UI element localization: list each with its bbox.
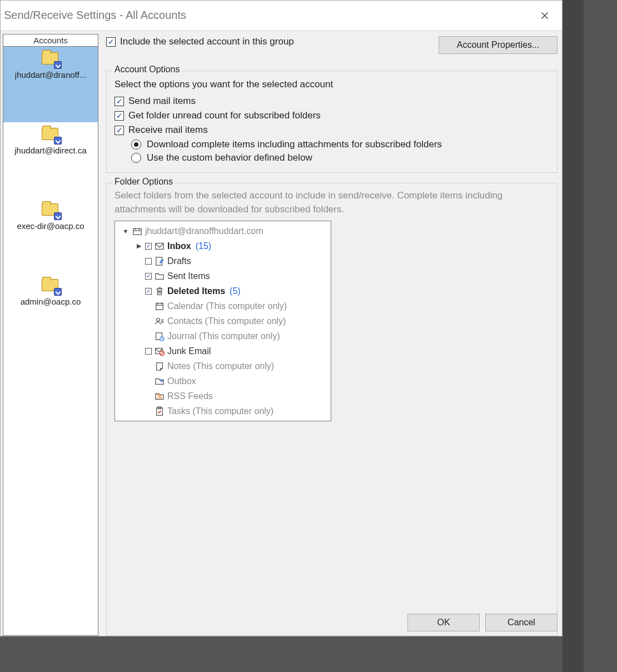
tree-item-label: Outbox	[167, 376, 196, 386]
account-item[interactable]: jhuddart@dranoff...	[3, 47, 98, 122]
tree-item[interactable]: ✓Sent Items	[115, 268, 331, 283]
account-folder-icon	[41, 202, 61, 219]
folder-checkbox[interactable]: ✓	[145, 243, 152, 250]
send-receive-settings-dialog: Send/Receive Settings - All Accounts Acc…	[0, 0, 563, 636]
folder-checkbox[interactable]	[145, 348, 152, 355]
checkbox-icon: ✓	[115, 126, 124, 135]
tree-item[interactable]: Outbox	[115, 374, 331, 389]
top-row: ✓ Include the selected account in this g…	[106, 36, 558, 61]
tree-item-label: Journal (This computer only)	[167, 331, 280, 341]
receive-mail-label: Receive mail items	[128, 125, 208, 136]
chevron-down-icon[interactable]: ▼	[122, 228, 130, 235]
radio-icon	[131, 140, 141, 150]
tree-item-label: Contacts (This computer only)	[167, 316, 286, 326]
include-account-label: Include the selected account in this gro…	[120, 36, 294, 47]
tree-item[interactable]: Journal (This computer only)	[115, 328, 331, 344]
tree-item[interactable]: Junk Email	[115, 344, 331, 359]
background-strip	[563, 0, 584, 672]
store-icon	[132, 226, 143, 236]
checkbox-icon: ✓	[115, 111, 124, 121]
svg-point-9	[157, 397, 158, 399]
account-label: jhuddart@idirect.ca	[14, 146, 86, 155]
folder-unread-label: Get folder unread count for subscribed f…	[128, 110, 321, 121]
account-options-title: Account Options	[112, 64, 182, 74]
account-properties-button[interactable]: Account Properties...	[439, 36, 558, 54]
download-complete-label: Download complete items including attach…	[147, 139, 442, 150]
folder-icon	[154, 271, 165, 281]
tree-item[interactable]: ▶✓Inbox(15)	[115, 238, 331, 253]
account-label: exec-dir@oacp.co	[17, 221, 84, 231]
account-folder-icon	[41, 127, 61, 143]
svg-rect-1	[156, 243, 163, 249]
tree-item-label: Notes (This computer only)	[167, 361, 274, 371]
folder-checkbox[interactable]: ✓	[145, 288, 152, 295]
tree-root-label: jhuddart@dranoffhuddart.com	[145, 226, 263, 236]
tree-root[interactable]: ▼jhuddart@dranoffhuddart.com	[115, 223, 331, 238]
accounts-panel: Accounts jhuddart@dranoff...jhuddart@idi…	[3, 34, 98, 636]
svg-point-4	[157, 318, 160, 321]
tree-item-count: (5)	[230, 286, 241, 296]
note-icon	[154, 361, 165, 371]
svg-rect-3	[156, 303, 163, 310]
tasks-icon	[154, 406, 165, 416]
radio-icon	[131, 153, 141, 163]
contacts-icon	[154, 316, 165, 326]
folder-options-title: Folder Options	[112, 177, 175, 187]
custom-behavior-label: Use the custom behavior defined below	[147, 152, 312, 163]
junk-icon	[154, 346, 165, 356]
account-options-group: Account Options Select the options you w…	[106, 71, 558, 173]
tree-item[interactable]: Contacts (This computer only)	[115, 313, 331, 328]
cancel-button[interactable]: Cancel	[485, 614, 558, 631]
custom-behavior-radio[interactable]: Use the custom behavior defined below	[131, 152, 549, 163]
tree-item-label: Inbox	[167, 241, 191, 251]
ok-button[interactable]: OK	[407, 614, 480, 631]
close-button[interactable]	[532, 7, 558, 24]
tree-item-label: Deleted Items	[167, 286, 225, 296]
tree-item-label: Calendar (This computer only)	[167, 301, 287, 311]
folder-unread-checkbox[interactable]: ✓ Get folder unread count for subscribed…	[115, 110, 549, 121]
tree-item[interactable]: ✓Deleted Items(5)	[115, 283, 331, 298]
dialog-body: Accounts jhuddart@dranoff...jhuddart@idi…	[1, 31, 562, 636]
account-item[interactable]: admin@oacp.co	[3, 273, 98, 349]
account-folder-icon	[41, 278, 61, 295]
accounts-header: Accounts	[3, 34, 98, 46]
account-folder-icon	[41, 51, 61, 68]
calendar-icon	[154, 301, 165, 311]
folder-tree[interactable]: ▼jhuddart@dranoffhuddart.com▶✓Inbox(15)D…	[115, 221, 331, 421]
tree-item-label: Sent Items	[167, 271, 210, 281]
send-mail-checkbox[interactable]: ✓ Send mail items	[115, 96, 549, 107]
receive-mail-checkbox[interactable]: ✓ Receive mail items	[115, 125, 549, 136]
tree-item[interactable]: Calendar (This computer only)	[115, 298, 331, 313]
tree-item-label: RSS Feeds	[167, 391, 213, 401]
account-item[interactable]: exec-dir@oacp.co	[3, 198, 98, 273]
folder-checkbox[interactable]	[145, 258, 152, 265]
folder-options-description: Select folders from the selected account…	[115, 189, 549, 216]
accounts-list: jhuddart@dranoff...jhuddart@idirect.caex…	[3, 46, 98, 636]
send-mail-label: Send mail items	[128, 96, 196, 107]
tree-item-label: Tasks (This computer only)	[167, 406, 273, 416]
account-label: jhuddart@dranoff...	[15, 70, 86, 79]
dialog-button-bar: OK Cancel	[407, 614, 558, 631]
tree-item[interactable]: Tasks (This computer only)	[115, 404, 331, 419]
content-panel: ✓ Include the selected account in this g…	[98, 31, 562, 636]
rss-icon	[154, 391, 165, 401]
tree-item[interactable]: Notes (This computer only)	[115, 359, 331, 374]
tree-item-label: Junk Email	[167, 346, 211, 356]
download-complete-radio[interactable]: Download complete items including attach…	[131, 139, 549, 150]
account-item[interactable]: jhuddart@idirect.ca	[3, 122, 98, 198]
trash-icon	[154, 286, 165, 296]
draft-icon	[154, 256, 165, 266]
titlebar: Send/Receive Settings - All Accounts	[1, 1, 562, 31]
tree-item-label: Drafts	[167, 256, 191, 266]
outbox-icon	[154, 376, 165, 386]
mail-icon	[154, 241, 165, 251]
tree-item[interactable]: RSS Feeds	[115, 389, 331, 404]
include-account-checkbox[interactable]: ✓ Include the selected account in this g…	[106, 36, 294, 47]
tree-item[interactable]: Drafts	[115, 253, 331, 268]
tree-item-count: (15)	[196, 241, 211, 251]
folder-options-group: Folder Options Select folders from the s…	[106, 183, 558, 636]
folder-checkbox[interactable]: ✓	[145, 273, 152, 280]
account-label: admin@oacp.co	[21, 297, 81, 306]
journal-icon	[154, 331, 165, 341]
chevron-right-icon[interactable]: ▶	[135, 242, 143, 250]
